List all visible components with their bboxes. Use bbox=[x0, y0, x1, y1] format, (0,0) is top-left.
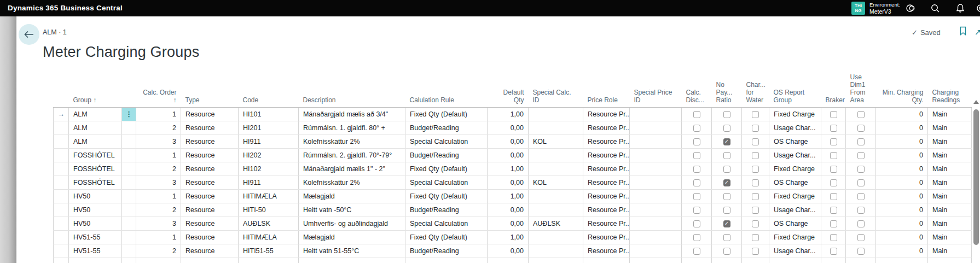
bell-icon[interactable] bbox=[955, 3, 965, 13]
column-header-calc_order[interactable]: Calc. Order ↑ bbox=[136, 68, 181, 107]
cell-group[interactable]: ALM bbox=[69, 121, 122, 135]
cell-price_role[interactable]: Resource Pr... bbox=[583, 230, 630, 244]
cell-rowmark[interactable] bbox=[54, 244, 69, 258]
cell-calc_disc[interactable] bbox=[682, 203, 712, 217]
char_for_water-checkbox[interactable] bbox=[752, 166, 759, 173]
cell-options[interactable] bbox=[122, 244, 136, 258]
cell-type[interactable]: Resource bbox=[181, 135, 239, 148]
cell-options[interactable] bbox=[122, 135, 136, 148]
cell-charging_readings[interactable]: Main bbox=[928, 148, 972, 162]
cell-group[interactable]: HV50 bbox=[69, 189, 122, 203]
cell-price_role[interactable]: Resource Pr... bbox=[583, 217, 630, 230]
cell-calc_order[interactable]: 3 bbox=[136, 135, 181, 148]
cell-calc_disc[interactable] bbox=[682, 162, 712, 176]
cell-calc_order[interactable]: 3 bbox=[136, 217, 181, 230]
cell-description[interactable]: Mánaðargjald mælis að 3/4" bbox=[299, 107, 405, 121]
cell-price_role[interactable]: Resource Pr... bbox=[583, 203, 630, 217]
no_pay_ratio-checkbox[interactable] bbox=[723, 207, 730, 214]
cell-braker[interactable] bbox=[821, 230, 846, 244]
cell-default_qty[interactable]: 0,00 bbox=[488, 217, 529, 230]
tenant-badge[interactable]: THI NG bbox=[851, 2, 865, 15]
column-header-use_dim1_from_area[interactable]: Use Dim1 From Area bbox=[846, 68, 876, 107]
cell-calc_disc[interactable] bbox=[682, 244, 712, 258]
cell-code[interactable]: HITI51-55 bbox=[239, 244, 299, 258]
cell-code[interactable]: AUÐLSK bbox=[239, 217, 299, 230]
cell-use_dim1_from_area[interactable] bbox=[846, 121, 876, 135]
cell-rowmark[interactable] bbox=[54, 203, 69, 217]
cell-calculation_rule[interactable]: Special Calculation bbox=[405, 217, 488, 230]
no_pay_ratio-checkbox[interactable] bbox=[723, 193, 730, 200]
calc_disc-checkbox[interactable] bbox=[693, 234, 700, 241]
cell-min_charging_qty[interactable]: 0 bbox=[876, 176, 928, 189]
cell-special_price_id[interactable] bbox=[630, 230, 682, 244]
cell-description[interactable]: Rúmmálsn. 2. gjaldfl. 70°-79° bbox=[299, 148, 405, 162]
cell-calc_order[interactable]: 3 bbox=[136, 176, 181, 189]
cell-braker[interactable] bbox=[821, 217, 846, 230]
cell-use_dim1_from_area[interactable] bbox=[846, 217, 876, 230]
scroll-up-icon[interactable] bbox=[973, 100, 979, 104]
cell-calculation_rule[interactable]: Budget/Reading bbox=[405, 244, 488, 258]
column-header-braker[interactable]: Braker bbox=[821, 68, 846, 107]
cell-group[interactable]: HV50 bbox=[69, 203, 122, 217]
cell-rowmark[interactable] bbox=[54, 230, 69, 244]
cell-calc_disc[interactable] bbox=[682, 230, 712, 244]
cell-rowmark[interactable]: → bbox=[54, 107, 69, 121]
cell-char_for_water[interactable] bbox=[742, 203, 769, 217]
cell-min_charging_qty[interactable]: 0 bbox=[876, 230, 928, 244]
cell-braker[interactable] bbox=[821, 121, 846, 135]
cell-price_role[interactable]: Resource Pr... bbox=[583, 121, 630, 135]
cell-type[interactable]: Resource bbox=[181, 217, 239, 230]
no_pay_ratio-checkbox[interactable] bbox=[723, 138, 730, 145]
cell-default_qty[interactable]: 1,00 bbox=[488, 189, 529, 203]
braker-checkbox[interactable] bbox=[830, 138, 837, 145]
cell-price_role[interactable]: Resource Pr... bbox=[583, 148, 630, 162]
no_pay_ratio-checkbox[interactable] bbox=[723, 220, 730, 227]
column-header-default_qty[interactable]: Default Qty bbox=[488, 68, 529, 107]
expand-button[interactable]: ↗ bbox=[975, 27, 980, 37]
calc_disc-checkbox[interactable] bbox=[693, 152, 700, 159]
cell-default_qty[interactable]: 1,00 bbox=[488, 107, 529, 121]
char_for_water-checkbox[interactable] bbox=[752, 138, 759, 145]
braker-checkbox[interactable] bbox=[830, 166, 837, 173]
cell-default_qty[interactable]: 0,00 bbox=[488, 148, 529, 162]
use_dim1_from_area-checkbox[interactable] bbox=[857, 166, 865, 173]
cell-calculation_rule[interactable]: Special Calculation bbox=[405, 176, 488, 189]
cell-min_charging_qty[interactable]: 0 bbox=[876, 107, 928, 121]
cell-code[interactable]: HI911 bbox=[239, 176, 299, 189]
braker-checkbox[interactable] bbox=[830, 125, 837, 132]
cell-no_pay_ratio[interactable] bbox=[712, 230, 742, 244]
cell-calculation_rule[interactable]: Budget/Reading bbox=[405, 203, 488, 217]
char_for_water-checkbox[interactable] bbox=[752, 207, 759, 214]
calc_disc-checkbox[interactable] bbox=[693, 111, 700, 118]
cell-char_for_water[interactable] bbox=[742, 148, 769, 162]
cell-min_charging_qty[interactable]: 0 bbox=[876, 121, 928, 135]
cell-options[interactable] bbox=[122, 121, 136, 135]
cell-braker[interactable] bbox=[821, 162, 846, 176]
column-header-calc_disc[interactable]: Calc. Disc... bbox=[682, 68, 712, 107]
cell-options[interactable] bbox=[122, 230, 136, 244]
cell-special_price_id[interactable] bbox=[630, 203, 682, 217]
cell-calculation_rule[interactable]: Budget/Reading bbox=[405, 148, 488, 162]
cell-price_role[interactable]: Resource Pr... bbox=[583, 107, 630, 121]
cell-description[interactable]: Mælagjald bbox=[299, 189, 405, 203]
cell-os_report_group[interactable]: OS Charge bbox=[769, 176, 821, 189]
cell-charging_readings[interactable]: Main bbox=[928, 189, 972, 203]
calc_disc-checkbox[interactable] bbox=[693, 248, 700, 255]
column-header-special_calc_id[interactable]: Special Calc. ID bbox=[529, 68, 583, 107]
cell-default_qty[interactable]: 0,00 bbox=[488, 176, 529, 189]
cell-os_report_group[interactable]: Usage Char... bbox=[769, 148, 821, 162]
cell-description[interactable]: Mælagjald bbox=[299, 230, 405, 244]
vertical-scrollbar[interactable] bbox=[973, 98, 979, 263]
cell-calc_order[interactable]: 2 bbox=[136, 162, 181, 176]
cell-charging_readings[interactable]: Main bbox=[928, 135, 972, 148]
cell-code[interactable]: HI202 bbox=[239, 148, 299, 162]
cell-no_pay_ratio[interactable] bbox=[712, 135, 742, 148]
cell-group[interactable]: FOSSHÓTEL bbox=[69, 176, 122, 189]
cell-special_calc_id[interactable] bbox=[529, 121, 583, 135]
cell-default_qty[interactable]: 0,00 bbox=[488, 121, 529, 135]
braker-checkbox[interactable] bbox=[830, 111, 837, 118]
cell-charging_readings[interactable]: Main bbox=[928, 176, 972, 189]
calc_disc-checkbox[interactable] bbox=[693, 125, 700, 132]
cell-special_price_id[interactable] bbox=[630, 217, 682, 230]
cell-default_qty[interactable]: 1,00 bbox=[488, 162, 529, 176]
